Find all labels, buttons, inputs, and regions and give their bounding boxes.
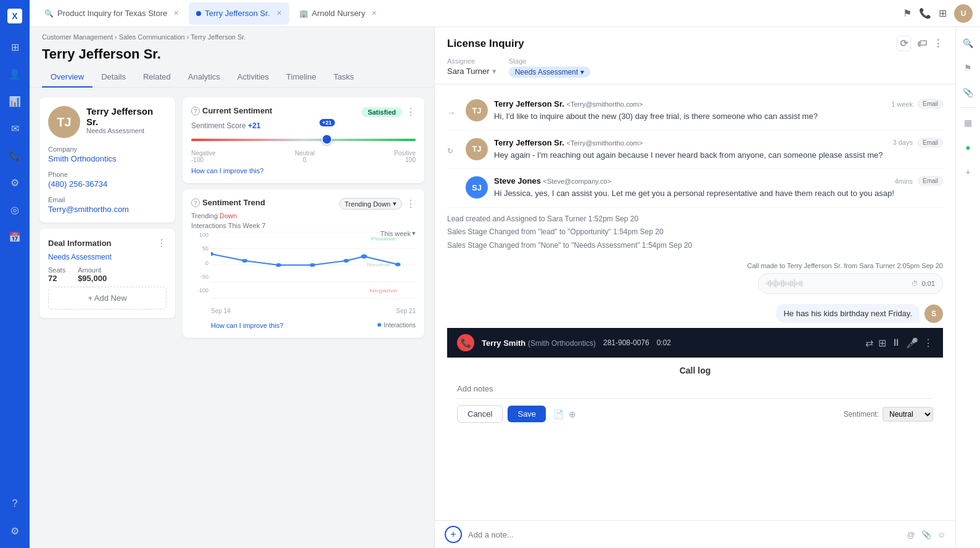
sentiment-improve-link[interactable]: How can I improve this?	[191, 167, 416, 174]
sentiment-more-icon[interactable]: ⋮	[406, 106, 416, 118]
nav-target[interactable]: ◎	[4, 198, 26, 221]
rs-attachment-icon[interactable]: 📎	[958, 83, 978, 102]
breadcrumb-sales-comm[interactable]: Sales Communication	[119, 33, 185, 41]
tab-analytics[interactable]: Analytics	[179, 67, 229, 88]
trend-badge: Trending Down ▾	[339, 198, 402, 210]
refresh-icon[interactable]: ⟳	[897, 36, 911, 51]
left-col1: TJ Terry Jefferson Sr. Needs Assessment …	[39, 97, 175, 538]
company-label: Company	[48, 145, 167, 153]
stage-field: Stage Needs Assessment ▾	[509, 57, 591, 78]
tab-activities[interactable]: Activities	[229, 67, 278, 88]
stage-badge[interactable]: Needs Assessment ▾	[509, 67, 591, 78]
nav-settings[interactable]: ⚙	[4, 520, 26, 542]
paperclip-icon[interactable]: 📎	[921, 530, 931, 539]
top-right-controls: ⚑ 📞 ⊞ U	[903, 4, 973, 23]
breadcrumb-customer-mgmt[interactable]: Customer Management	[42, 33, 113, 41]
message-2: ↻ TJ Terry Jefferson Sr. <Terry@smithort…	[447, 131, 943, 170]
chart-date-end: Sep 21	[396, 308, 416, 314]
tab-label: Terry Jefferson Sr.	[205, 9, 270, 18]
tab-overview[interactable]: Overview	[42, 67, 93, 88]
rs-table-icon[interactable]: ▦	[958, 113, 978, 133]
rs-plus-icon[interactable]: +	[958, 162, 978, 182]
tab-close-icon[interactable]: ✕	[276, 9, 282, 17]
nav-mail[interactable]: ✉	[4, 117, 26, 139]
tab-tasks[interactable]: Tasks	[325, 67, 363, 88]
stage-dropdown-icon: ▾	[580, 68, 584, 76]
msg-channel-2: Email	[918, 138, 943, 147]
trend-more-icon[interactable]: ⋮	[406, 198, 416, 210]
activity-item-3: Sales Stage Changed from "None" to "Need…	[447, 239, 943, 253]
rs-flag-icon[interactable]: ⚑	[958, 58, 978, 78]
tab-close-icon[interactable]: ✕	[371, 9, 377, 17]
rs-green-circle-icon[interactable]: ●	[958, 137, 978, 157]
sentiment-card: ? Current Sentiment Satisfied ⋮ Sentimen…	[183, 97, 424, 183]
rs-search-icon[interactable]: 🔍	[958, 33, 978, 53]
trend-card: ? Sentiment Trend Trending Down ▾ ⋮	[183, 189, 424, 338]
nav-home[interactable]: ⊞	[4, 36, 26, 58]
email-value[interactable]: Terry@smithortho.com	[48, 205, 167, 214]
deal-more-icon[interactable]: ⋮	[157, 237, 167, 249]
at-icon[interactable]: @	[907, 530, 915, 539]
note-add-button[interactable]: +	[445, 526, 462, 543]
add-new-button[interactable]: + Add New	[48, 287, 167, 309]
trend-info-icon[interactable]: ?	[191, 198, 200, 207]
sentiment-dropdown[interactable]: Neutral Positive Negative	[883, 407, 933, 422]
msg-avatar-2: TJ	[466, 138, 488, 160]
tab-active-dot	[196, 11, 201, 16]
nav-phone[interactable]: 📞	[4, 144, 26, 166]
transcript-icon[interactable]: 📄	[553, 409, 564, 419]
more-options-icon[interactable]: ⋮	[933, 38, 943, 49]
tab-details[interactable]: Details	[93, 67, 134, 88]
user-avatar[interactable]: U	[954, 4, 973, 23]
call-more-icon[interactable]: ⋮	[923, 337, 933, 349]
slider-thumb[interactable]: +21	[321, 134, 332, 145]
tab-close-icon[interactable]: ✕	[173, 9, 179, 17]
msg-channel-1: Email	[918, 99, 943, 108]
msg-header-1: Terry Jefferson Sr. <Terry@smithortho.co…	[494, 99, 943, 108]
rs-divider	[961, 107, 976, 108]
flag-icon[interactable]: ⚑	[903, 7, 912, 19]
call-phone-icon[interactable]: 📞	[457, 334, 474, 351]
call-notes-input[interactable]	[457, 382, 933, 399]
phone-value[interactable]: (480) 256-36734	[48, 179, 167, 189]
call-mute-icon[interactable]: 🎤	[906, 337, 918, 349]
tab-product-inquiry[interactable]: 🔍 Product Inquiry for Texas Store ✕	[37, 2, 186, 25]
nav-calendar[interactable]: 📅	[4, 226, 26, 248]
app-logo[interactable]: X	[5, 6, 25, 26]
cancel-button[interactable]: Cancel	[457, 405, 503, 423]
emoji-icon[interactable]: ☺	[937, 530, 945, 539]
nav-help[interactable]: ?	[4, 493, 26, 515]
phone-icon[interactable]: 📞	[919, 7, 931, 19]
save-button[interactable]: Save	[508, 406, 546, 422]
trend-dir: Down	[220, 212, 237, 219]
tag-icon[interactable]: 🏷	[917, 38, 927, 49]
apps-icon[interactable]: ⊞	[939, 7, 947, 19]
msg-text-2: Hey again - I'm reaching out again becau…	[494, 149, 943, 162]
assignee-dropdown-icon[interactable]: ▾	[492, 67, 496, 76]
sentiment-info-icon[interactable]: ?	[191, 107, 200, 115]
chat-bubble-avatar: S	[924, 305, 943, 323]
svg-point-12	[276, 263, 281, 267]
msg-email-2: <Terry@smithortho.com>	[567, 139, 643, 147]
profile-header: TJ Terry Jefferson Sr. Needs Assessment	[48, 106, 167, 138]
audio-player[interactable]: ⏱ 0:01	[758, 273, 943, 294]
tab-arnold-nursery[interactable]: 🏢 Arnold Nursery ✕	[292, 2, 385, 25]
add-icon[interactable]: ⊕	[569, 409, 576, 419]
call-grid-icon[interactable]: ⊞	[878, 337, 886, 349]
company-value[interactable]: Smith Orthodontics	[48, 154, 167, 163]
trend-improve-link[interactable]: How can I improve this?	[211, 322, 283, 329]
nav-users[interactable]: 👤	[4, 63, 26, 85]
call-pause-icon[interactable]: ⏸	[891, 337, 901, 348]
msg-direction-icon-2: ↻	[447, 138, 459, 162]
tab-terry-jefferson[interactable]: Terry Jefferson Sr. ✕	[189, 2, 289, 25]
call-transfer-icon[interactable]: ⇄	[865, 337, 873, 349]
score-value: +21	[248, 121, 260, 130]
tab-related[interactable]: Related	[134, 67, 179, 88]
assignee-field: Assignee Sara Turner ▾	[447, 57, 496, 78]
nav-grid[interactable]: ⚙	[4, 171, 26, 194]
call-bar: 📞 Terry Smith (Smith Orthodontics) 281-9…	[447, 328, 943, 358]
tab-timeline[interactable]: Timeline	[278, 67, 325, 88]
note-input[interactable]	[468, 530, 901, 539]
waveform	[766, 277, 908, 290]
nav-chart[interactable]: 📊	[4, 90, 26, 112]
